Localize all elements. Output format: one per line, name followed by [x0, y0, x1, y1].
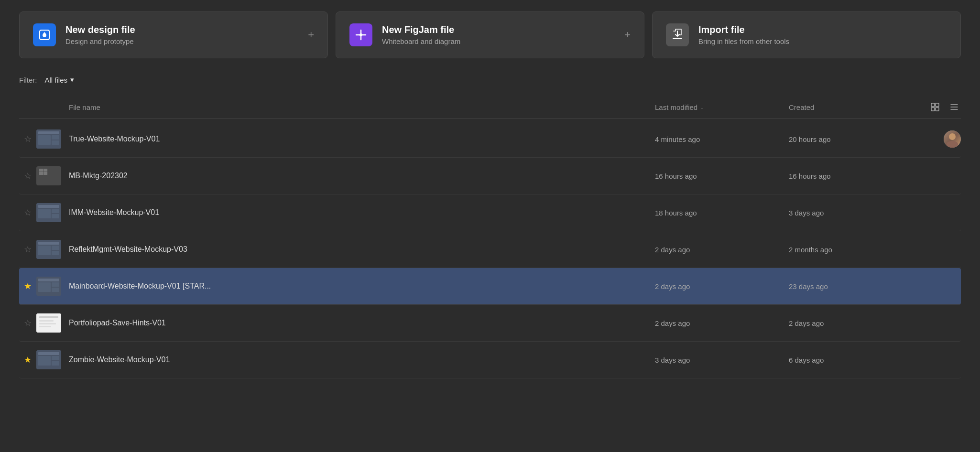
svg-rect-36 — [39, 320, 54, 322]
file-created: 16 hours ago — [789, 172, 923, 180]
svg-rect-16 — [44, 169, 47, 172]
col-created-header: Created — [789, 103, 923, 111]
svg-rect-32 — [52, 282, 59, 287]
file-modified: 18 hours ago — [655, 209, 789, 217]
table-row[interactable]: ★ Mainboard-Website-Mockup-V01 [STAR... … — [19, 268, 961, 305]
file-name: ReflektMgmt-Website-Mockup-V03 — [69, 245, 655, 254]
star-button[interactable]: ★ — [19, 281, 36, 291]
star-button[interactable]: ★ — [19, 355, 36, 365]
new-design-icon — [33, 23, 56, 46]
svg-rect-4 — [931, 108, 935, 111]
new-figjam-card[interactable]: New FigJam file Whiteboard and diagram + — [336, 11, 644, 58]
svg-rect-25 — [38, 242, 59, 245]
col-modified-header[interactable]: Last modified ↓ — [655, 103, 789, 111]
import-file-card[interactable]: Import file Bring in files from other to… — [652, 11, 961, 58]
file-thumbnail — [36, 129, 61, 149]
svg-rect-5 — [936, 108, 939, 111]
chevron-down-icon: ▾ — [70, 75, 74, 84]
list-view-icon[interactable] — [947, 100, 961, 114]
file-modified: 2 days ago — [655, 319, 789, 327]
file-modified: 2 days ago — [655, 246, 789, 254]
new-design-card[interactable]: New design file Design and prototype + — [19, 11, 328, 58]
svg-rect-10 — [38, 131, 59, 134]
filter-bar: Filter: All files ▾ — [0, 70, 980, 96]
svg-rect-3 — [936, 103, 939, 107]
file-created: 2 months ago — [789, 246, 923, 254]
file-modified: 2 days ago — [655, 282, 789, 291]
svg-rect-31 — [38, 282, 51, 292]
svg-rect-13 — [52, 140, 59, 145]
file-created: 2 days ago — [789, 319, 923, 327]
table-row[interactable]: ☆ ReflektMgmt-Website-Mockup-V03 2 days … — [19, 231, 961, 268]
file-created: 23 days ago — [789, 282, 923, 291]
svg-rect-27 — [52, 246, 59, 250]
file-name: IMM-Website-Mockup-V01 — [69, 208, 655, 217]
svg-rect-30 — [38, 279, 59, 281]
import-file-icon — [666, 23, 689, 46]
new-figjam-text: New FigJam file Whiteboard and diagram — [382, 24, 615, 45]
file-table: File name Last modified ↓ Created — [0, 96, 980, 378]
new-figjam-title: New FigJam file — [382, 24, 615, 35]
file-created: 6 days ago — [789, 356, 923, 364]
table-row[interactable]: ☆ MB-Mktg-202302 16 hours ago 16 hours a… — [19, 158, 961, 194]
file-name: Zombie-Website-Mockup-V01 — [69, 355, 655, 364]
svg-rect-37 — [39, 323, 56, 324]
star-button[interactable]: ☆ — [19, 134, 36, 144]
svg-rect-43 — [52, 361, 59, 366]
star-button[interactable]: ☆ — [19, 318, 36, 328]
svg-rect-20 — [38, 205, 59, 208]
svg-rect-28 — [52, 251, 59, 255]
file-modified: 16 hours ago — [655, 172, 789, 180]
svg-rect-15 — [39, 169, 43, 172]
new-figjam-icon — [349, 23, 372, 46]
new-figjam-subtitle: Whiteboard and diagram — [382, 37, 615, 45]
svg-rect-22 — [52, 209, 59, 213]
table-row[interactable]: ☆ Portfoliopad-Save-Hints-V01 2 days ago… — [19, 305, 961, 342]
view-toggle — [923, 100, 961, 114]
table-row[interactable]: ★ Zombie-Website-Mockup-V01 3 days ago 6… — [19, 342, 961, 378]
table-header: File name Last modified ↓ Created — [19, 96, 961, 119]
grid-view-icon[interactable] — [928, 100, 942, 114]
top-cards: New design file Design and prototype + N… — [0, 0, 980, 70]
svg-rect-42 — [52, 356, 59, 360]
svg-rect-21 — [38, 209, 51, 218]
file-modified: 4 minutes ago — [655, 135, 789, 143]
file-thumbnail — [36, 166, 61, 185]
star-button[interactable]: ☆ — [19, 171, 36, 181]
table-row[interactable]: ☆ True-Website-Mockup-V01 4 minutes ago … — [19, 121, 961, 158]
svg-rect-17 — [39, 172, 43, 175]
svg-rect-40 — [38, 352, 59, 355]
col-name-header: File name — [69, 103, 655, 111]
new-design-title: New design file — [65, 24, 298, 35]
svg-rect-38 — [39, 326, 51, 327]
file-user — [923, 130, 961, 148]
file-name: Portfoliopad-Save-Hints-V01 — [69, 319, 655, 327]
file-name: Mainboard-Website-Mockup-V01 [STAR... — [69, 282, 655, 291]
avatar — [944, 130, 961, 148]
import-file-title: Import file — [698, 24, 947, 35]
svg-rect-26 — [38, 246, 51, 255]
table-row[interactable]: ☆ IMM-Website-Mockup-V01 18 hours ago 3 … — [19, 194, 961, 231]
new-design-plus[interactable]: + — [308, 29, 314, 41]
svg-rect-35 — [39, 316, 58, 318]
new-figjam-plus[interactable]: + — [624, 29, 631, 41]
svg-rect-33 — [52, 288, 59, 292]
svg-rect-23 — [52, 214, 59, 218]
file-modified: 3 days ago — [655, 356, 789, 364]
filter-label: Filter: — [19, 76, 37, 84]
file-name: True-Website-Mockup-V01 — [69, 135, 655, 143]
sort-arrow-icon: ↓ — [700, 104, 703, 110]
file-created: 20 hours ago — [789, 135, 923, 143]
svg-rect-18 — [44, 172, 47, 175]
file-name: MB-Mktg-202302 — [69, 172, 655, 180]
star-button[interactable]: ☆ — [19, 207, 36, 218]
svg-rect-2 — [931, 103, 935, 107]
svg-point-1 — [359, 33, 362, 36]
star-button[interactable]: ☆ — [19, 244, 36, 255]
filter-dropdown[interactable]: All files ▾ — [41, 74, 78, 86]
file-thumbnail — [36, 203, 61, 222]
file-thumbnail — [36, 240, 61, 259]
file-thumbnail — [36, 350, 61, 369]
svg-rect-41 — [38, 356, 51, 366]
filter-value: All files — [45, 76, 68, 84]
